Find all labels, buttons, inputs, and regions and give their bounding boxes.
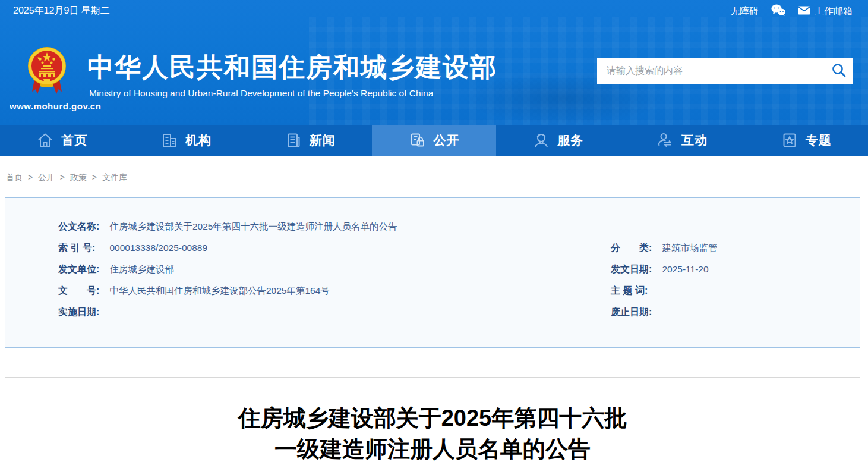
search-box	[597, 58, 853, 84]
organization-icon	[160, 131, 178, 149]
breadcrumb-document-library[interactable]: 文件库	[102, 172, 127, 182]
field-value: 中华人民共和国住房和城乡建设部公告2025年第164号	[109, 285, 329, 296]
nav-item-special-topics[interactable]: 专题	[744, 125, 868, 156]
article-title: 住房城乡建设部关于2025年第四十六批 一级建造师注册人员名单的公告	[5, 403, 860, 462]
site-url: www.mohurd.gov.cn	[10, 101, 88, 111]
field-label: 分 类:	[611, 237, 656, 259]
document-metadata-box: 公文名称: 住房城乡建设部关于2025年第四十六批一级建造师注册人员名单的公告 …	[5, 197, 860, 348]
metadata-right-column: 分 类: 建筑市场监管 发文日期: 2025-11-20 主 题 词: 废止日期…	[611, 237, 717, 323]
breadcrumb-disclosure[interactable]: 公开	[38, 172, 55, 182]
metadata-row-issue-date: 发文日期: 2025-11-20	[611, 259, 717, 280]
national-emblem-logo	[27, 46, 67, 100]
field-value: 建筑市场监管	[662, 243, 717, 253]
field-value: 住房城乡建设部	[109, 264, 174, 274]
current-date: 2025年12月9日 星期二	[13, 5, 110, 17]
nav-item-disclosure[interactable]: 公开	[372, 125, 496, 156]
article-content-box: 住房城乡建设部关于2025年第四十六批 一级建造师注册人员名单的公告	[5, 377, 860, 462]
breadcrumb: 首页 > 公开 > 政策 > 文件库	[6, 172, 868, 183]
nav-label: 服务	[557, 132, 583, 149]
metadata-left-column: 公文名称: 住房城乡建设部关于2025年第四十六批一级建造师注册人员名单的公告 …	[58, 216, 397, 323]
nav-label: 专题	[806, 132, 832, 149]
breadcrumb-separator: >	[60, 172, 65, 182]
wechat-icon	[771, 4, 786, 19]
field-label: 文 号:	[58, 280, 103, 301]
nav-item-interaction[interactable]: 互动	[620, 125, 744, 156]
article-title-line1: 住房城乡建设部关于2025年第四十六批	[5, 403, 860, 433]
breadcrumb-separator: >	[92, 172, 97, 182]
accessibility-link[interactable]: 无障碍	[730, 5, 759, 18]
breadcrumb-separator: >	[28, 172, 33, 182]
service-headset-icon	[532, 131, 550, 149]
site-subtitle-english: Ministry of Housing and Urban-Rural Deve…	[89, 88, 433, 99]
field-value: 住房城乡建设部关于2025年第四十六批一级建造师注册人员名单的公告	[109, 221, 397, 231]
site-header: 2025年12月9日 星期二 无障碍	[0, 0, 868, 125]
search-input[interactable]	[597, 58, 825, 84]
nav-item-news[interactable]: 新闻	[248, 125, 372, 156]
interaction-arrows-icon	[656, 131, 674, 149]
nav-label: 互动	[681, 132, 708, 149]
nav-item-home[interactable]: 首页	[0, 125, 124, 156]
breadcrumb-policy[interactable]: 政策	[70, 172, 87, 182]
search-icon	[831, 62, 847, 80]
nav-label: 公开	[434, 132, 460, 149]
field-label: 发文日期:	[611, 259, 656, 280]
field-label: 索 引 号:	[58, 237, 103, 259]
article-title-line2: 一级建造师注册人员名单的公告	[5, 433, 860, 462]
field-value: 2025-11-20	[662, 264, 708, 274]
mail-icon	[798, 6, 810, 17]
nav-label: 机构	[185, 132, 212, 149]
nav-label: 首页	[61, 132, 87, 149]
field-label: 公文名称:	[58, 216, 103, 237]
metadata-row-repeal-date: 废止日期:	[611, 301, 717, 323]
wechat-link[interactable]	[771, 4, 786, 19]
main-navigation: 首页 机构 新闻	[0, 125, 868, 156]
nav-item-organization[interactable]: 机构	[124, 125, 248, 156]
star-document-icon	[781, 131, 798, 149]
field-value: 000013338/2025-00889	[109, 243, 207, 253]
breadcrumb-home[interactable]: 首页	[6, 172, 23, 182]
topbar-links: 无障碍	[730, 4, 853, 19]
metadata-row-category: 分 类: 建筑市场监管	[611, 237, 717, 259]
mailbox-label: 工作邮箱	[815, 5, 853, 18]
nav-item-service[interactable]: 服务	[496, 125, 620, 156]
metadata-row-index-number: 索 引 号: 000013338/2025-00889	[58, 237, 397, 259]
topbar: 2025年12月9日 星期二 无障碍	[0, 0, 868, 21]
field-label: 主 题 词:	[611, 280, 656, 301]
field-label: 废止日期:	[611, 301, 656, 323]
site-title: 中华人民共和国住房和城乡建设部	[87, 50, 497, 85]
metadata-row-issuing-unit: 发文单位: 住房城乡建设部	[58, 259, 397, 280]
metadata-row-document-name: 公文名称: 住房城乡建设部关于2025年第四十六批一级建造师注册人员名单的公告	[58, 216, 397, 237]
nav-label: 新闻	[310, 132, 336, 149]
home-icon	[36, 131, 54, 149]
metadata-row-subject-words: 主 题 词:	[611, 280, 717, 301]
accessibility-label: 无障碍	[730, 5, 759, 18]
search-button[interactable]	[825, 58, 853, 84]
disclosure-lock-icon	[409, 131, 427, 149]
metadata-row-implementation-date: 实施日期:	[58, 301, 397, 323]
field-label: 发文单位:	[58, 259, 103, 280]
work-mailbox-link[interactable]: 工作邮箱	[798, 5, 853, 18]
news-icon	[285, 131, 302, 149]
metadata-row-document-number: 文 号: 中华人民共和国住房和城乡建设部公告2025年第164号	[58, 280, 397, 301]
field-label: 实施日期:	[58, 301, 103, 323]
